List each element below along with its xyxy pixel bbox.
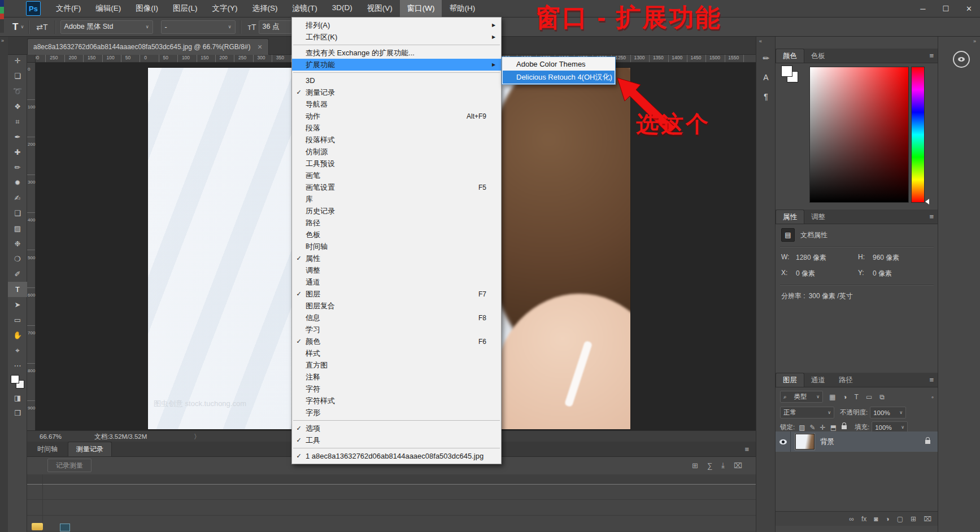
hue-slider[interactable] [911, 67, 925, 203]
window-menu-item[interactable]: 时间轴 [292, 241, 501, 252]
properties-panel-tab[interactable]: 调整 [804, 210, 832, 224]
menubar-item[interactable]: 图像(I) [128, 0, 165, 17]
window-menu-item[interactable]: ✓选项 [292, 422, 501, 434]
filter-type-layers-icon[interactable]: T [855, 393, 859, 401]
layer-name[interactable]: 背景 [820, 437, 925, 447]
type-tool[interactable]: T [8, 282, 27, 297]
layer-effects-icon[interactable]: fx [861, 515, 866, 523]
lock-all-icon[interactable] [842, 425, 847, 429]
window-menu-item[interactable]: ✓1 a8ec8a13632762d06ab8144aaaec08fa503dc… [292, 450, 501, 462]
character-panel-icon[interactable]: A [756, 69, 776, 86]
move-tool[interactable]: ✛ [8, 53, 27, 68]
screen-mode-tool[interactable]: ❒ [8, 405, 27, 421]
window-menu-item[interactable]: 直方图 [292, 359, 501, 371]
blur-tool[interactable]: ❉ [8, 236, 27, 251]
opacity-select[interactable]: 100% ∨ [870, 407, 906, 418]
window-menu-item[interactable]: 历史记录 [292, 205, 501, 217]
text-orientation-icon[interactable]: ⇄T [36, 23, 47, 32]
properties-panel-tab[interactable]: 属性 [776, 210, 804, 224]
quick-selection-tool[interactable]: ❖ [8, 99, 27, 114]
dodge-tool[interactable]: ❍ [8, 251, 27, 267]
window-menu-item[interactable]: 排列(A)▶ [292, 19, 501, 31]
shape-tool[interactable]: ▭ [8, 312, 27, 328]
hand-tool[interactable]: ✋ [8, 328, 27, 343]
window-menu-item[interactable]: 扩展功能▶ [292, 59, 501, 71]
menubar-item[interactable]: 视图(V) [360, 0, 400, 17]
window-menu-item[interactable]: 图层复合 [292, 300, 501, 312]
bottom-panel-tab[interactable]: 测量记录 [68, 442, 112, 456]
data-points-icon[interactable]: ⊞ [692, 461, 698, 470]
window-menu-item[interactable]: ✓颜色F6 [292, 335, 501, 347]
blend-mode-select[interactable]: 正常 ∨ [780, 407, 834, 418]
window-menu-item[interactable]: 段落 [292, 122, 501, 134]
pen-tool[interactable]: ✐ [8, 267, 27, 282]
window-menu-item[interactable]: ✓测量记录 [292, 86, 501, 98]
quick-mask-tool[interactable]: ◨ [8, 390, 27, 405]
menubar-item[interactable]: 帮助(H) [442, 0, 482, 17]
foreground-color-swatch[interactable] [11, 375, 19, 383]
healing-brush-tool[interactable]: ✚ [8, 145, 27, 160]
gradient-tool[interactable]: ▨ [8, 221, 27, 236]
eye-panel-icon[interactable] [953, 51, 970, 68]
panel-menu-icon[interactable]: ≡ [929, 51, 934, 60]
add-mask-icon[interactable]: ◙ [874, 515, 878, 523]
expand-panels-icon[interactable]: « [759, 38, 762, 44]
window-menu-item[interactable]: 字符 [292, 383, 501, 395]
brush-settings-panel-icon[interactable]: ✏ [756, 50, 776, 67]
chevron-down-icon[interactable]: ∨ [20, 24, 24, 29]
menubar-item[interactable]: 窗口(W) [400, 0, 442, 17]
menubar-item[interactable]: 文字(Y) [205, 0, 245, 17]
filter-toggle-icon[interactable]: ◦ [931, 394, 934, 400]
layer-visibility-toggle[interactable] [776, 431, 791, 452]
lock-transparency-icon[interactable]: ▨ [799, 424, 805, 431]
menubar-item[interactable]: 编辑(E) [88, 0, 128, 17]
window-menu-item[interactable]: 信息F8 [292, 312, 501, 324]
menubar-item[interactable]: 3D(D) [325, 0, 360, 17]
layers-panel-tab[interactable]: 图层 [776, 373, 804, 387]
menubar-item[interactable]: 选择(S) [245, 0, 285, 17]
link-layers-icon[interactable]: ∞ [849, 515, 854, 523]
record-measurements-button[interactable]: 记录测量 [47, 459, 92, 472]
eyedropper-tool[interactable]: ✒ [8, 129, 27, 145]
brush-tool[interactable]: ✏ [8, 160, 27, 175]
layers-panel-tab[interactable]: 通道 [804, 373, 832, 387]
panel-menu-icon[interactable]: ≡ [744, 445, 749, 453]
new-group-icon[interactable]: ▢ [897, 515, 903, 523]
color-swatches[interactable] [8, 373, 27, 390]
close-button[interactable]: ✕ [966, 5, 972, 13]
lock-artboard-icon[interactable]: ⬒ [830, 424, 837, 431]
type-tool-preset-icon[interactable]: T [12, 21, 18, 33]
clone-stamp-tool[interactable]: ✹ [8, 175, 27, 190]
collapse-panel-icon[interactable]: » [1, 38, 4, 43]
window-menu-item[interactable]: 学习 [292, 324, 501, 335]
new-layer-icon[interactable]: ⊞ [911, 515, 916, 523]
window-menu-item[interactable]: 3D [292, 75, 501, 86]
window-menu-item[interactable]: 段落样式 [292, 134, 501, 146]
history-brush-tool[interactable]: ✍ [8, 190, 27, 206]
delete-layer-icon[interactable]: ⌧ [924, 515, 931, 523]
delete-icon[interactable]: ⌧ [734, 461, 742, 470]
layer-thumbnail[interactable] [795, 434, 815, 450]
menubar-item[interactable]: 文件(F) [49, 0, 88, 17]
window-menu-item[interactable]: 画笔 [292, 169, 501, 181]
window-menu-item[interactable]: 动作Alt+F9 [292, 110, 501, 122]
crop-tool[interactable]: ⌗ [8, 114, 27, 129]
window-menu-item[interactable]: 样式 [292, 347, 501, 359]
window-menu-item[interactable]: 工具预设 [292, 158, 501, 169]
window-menu-item[interactable]: 导航器 [292, 98, 501, 110]
eraser-tool[interactable]: ❑ [8, 206, 27, 221]
minimize-button[interactable]: ─ [920, 5, 925, 13]
sigma-icon[interactable]: ∑ [707, 461, 712, 470]
saturation-brightness-field[interactable] [809, 67, 909, 203]
document-tab[interactable]: a8ec8a13632762d06ab8144aaaec08fa503dc645… [27, 38, 269, 55]
window-menu-item[interactable]: 注释 [292, 371, 501, 383]
window-menu-item[interactable]: 查找有关 Exchange 的扩展功能... [292, 47, 501, 59]
color-panel-tab[interactable]: 颜色 [776, 49, 804, 63]
color-panel-tab[interactable]: 色板 [804, 49, 832, 63]
menubar-item[interactable]: 滤镜(T) [285, 0, 325, 17]
submenu-item[interactable]: Delicious Retouch 4(OH汉化) [503, 71, 615, 84]
window-menu-item[interactable]: 字形 [292, 407, 501, 418]
layer-row-background[interactable]: 背景 [776, 431, 938, 452]
marquee-tool[interactable]: ❏ [8, 68, 27, 84]
window-menu-item[interactable]: 色板 [292, 229, 501, 241]
